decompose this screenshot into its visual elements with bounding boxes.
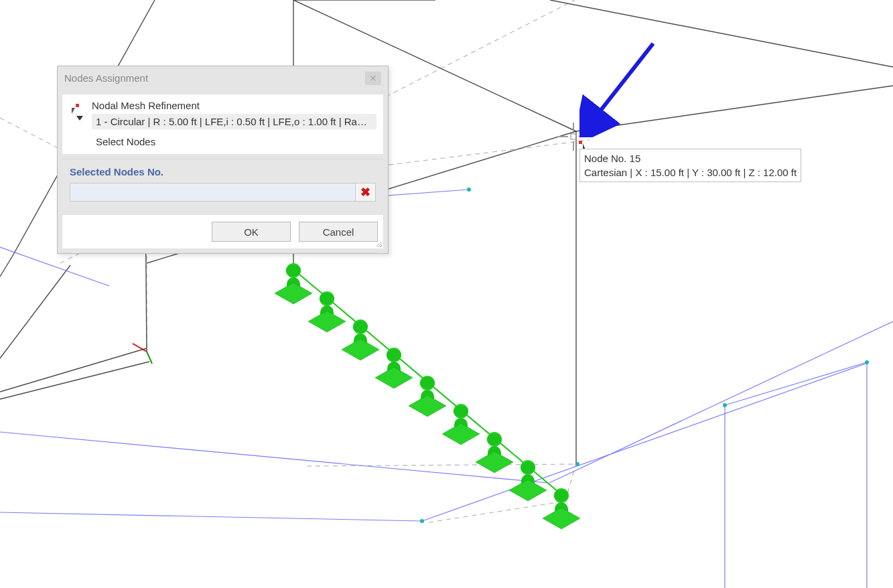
select-nodes-label: Select Nodes [62, 131, 383, 154]
ok-button[interactable]: OK [212, 222, 291, 242]
tooltip-node-line: Node No. 15 [584, 151, 797, 165]
svg-line-19 [576, 86, 893, 131]
clear-icon: ✖ [360, 185, 370, 200]
svg-point-50 [420, 377, 435, 389]
svg-point-56 [487, 433, 502, 445]
clear-selection-button[interactable]: ✖ [356, 183, 376, 202]
svg-point-44 [353, 321, 368, 333]
svg-line-8 [0, 254, 13, 277]
svg-point-59 [521, 461, 535, 473]
svg-point-34 [865, 360, 869, 364]
svg-point-35 [723, 403, 727, 407]
model-viewport[interactable]: Node No. 15 Cartesian | X : 15.00 ft | Y… [0, 0, 893, 588]
selected-nodes-label: Selected Nodes No. [70, 166, 376, 177]
svg-line-21 [0, 512, 422, 521]
close-icon: ✕ [369, 73, 377, 84]
close-button[interactable]: ✕ [365, 72, 381, 85]
resize-grip-icon[interactable] [375, 240, 382, 247]
selected-nodes-input[interactable] [70, 183, 356, 202]
svg-point-32 [575, 462, 579, 466]
node-tooltip: Node No. 15 Cartesian | X : 15.00 ft | Y… [579, 149, 801, 182]
svg-line-23 [549, 321, 893, 483]
cancel-button[interactable]: Cancel [299, 222, 378, 242]
dialog-titlebar[interactable]: Nodes Assignment ✕ [58, 66, 388, 90]
svg-point-41 [320, 293, 334, 305]
refinement-option-select[interactable]: 1 - Circular | R : 5.00 ft | LFE,i : 0.5… [92, 114, 376, 129]
svg-point-33 [420, 519, 424, 523]
nodes-assignment-dialog: Nodes Assignment ✕ Nodal Mesh Refinement… [57, 66, 389, 254]
svg-point-38 [286, 265, 301, 277]
dialog-body: Nodal Mesh Refinement 1 - Circular | R :… [62, 94, 384, 155]
svg-line-9 [0, 265, 70, 358]
selected-nodes-section: Selected Nodes No. ✖ [62, 159, 384, 210]
refinement-section-title: Nodal Mesh Refinement [92, 100, 376, 114]
svg-point-62 [554, 490, 569, 502]
refinement-row: Nodal Mesh Refinement 1 - Circular | R :… [62, 94, 383, 131]
svg-line-26 [725, 362, 867, 405]
tooltip-coord-line: Cartesian | X : 15.00 ft | Y : 30.00 ft … [584, 165, 797, 179]
svg-point-47 [387, 349, 401, 361]
svg-line-10 [0, 348, 147, 392]
svg-line-11 [0, 362, 149, 399]
dialog-title: Nodes Assignment [64, 72, 365, 84]
svg-point-31 [467, 188, 471, 192]
dialog-footer: OK Cancel [62, 215, 384, 249]
svg-line-17 [550, 0, 893, 67]
nodal-mesh-refinement-icon [69, 104, 84, 123]
svg-point-53 [454, 405, 468, 417]
